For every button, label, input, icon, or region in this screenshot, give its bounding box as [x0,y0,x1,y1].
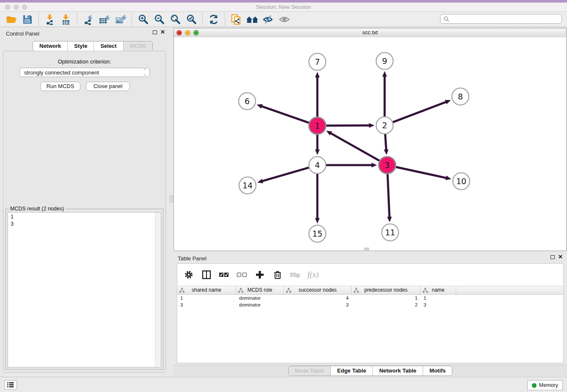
show-graphics-details-button[interactable] [276,13,292,26]
column-header-MCDS-role[interactable]: MCDS role [236,286,284,294]
tab-node-table[interactable]: Node Table [289,366,330,375]
table-row[interactable]: 3dominator323 [177,301,563,308]
edge-1-6[interactable] [261,106,309,123]
trash-icon [273,270,282,279]
graph-node-label-3: 3 [385,160,390,170]
toolbar-separator [39,14,39,25]
delete-table-button [290,269,301,280]
table-cell: 4 [284,295,352,301]
export-image-button[interactable] [113,13,129,26]
search-input[interactable] [451,15,559,22]
optimization-criterion-select[interactable]: strongly connected component ⌃⌄ [19,68,150,77]
plus-icon [255,270,264,279]
mcds-result-group: MCDS result (2 nodes) 1 3 [6,209,163,370]
network-resize-handle[interactable] [364,248,369,251]
panel-splitter-handle[interactable] [170,196,173,202]
hierarchy-icon [423,288,428,293]
tab-mcds[interactable]: MCDS [123,41,152,51]
edge-2-8[interactable] [393,102,447,122]
mcds-result-scrollbar[interactable] [155,213,161,367]
open-session-button[interactable] [3,13,19,26]
close-panel-button[interactable]: Close panel [86,82,130,91]
toolbar-separator [202,14,203,25]
zoom-selected-button[interactable] [183,13,199,26]
column-header-successor-nodes[interactable]: successor nodes [284,286,352,294]
table-cell: 1 [352,295,421,301]
toolbar-separator [132,14,132,25]
network-window-titlebar[interactable]: ✕ − + scc.txt [174,28,566,38]
column-header-name[interactable]: name [421,286,456,294]
save-session-button[interactable] [19,13,36,26]
import-table-button[interactable] [58,13,74,26]
duplicate-network-button[interactable] [228,13,244,26]
main-toolbar [0,12,567,27]
graph-node-label-7: 7 [315,57,320,66]
network-canvas[interactable]: 7968124314101511 [174,37,566,251]
table-header-row: shared nameMCDS rolesuccessor nodesprede… [177,286,563,295]
memory-status-icon [532,383,537,388]
tab-network[interactable]: Network [33,41,67,51]
control-panel-title: Control Panel [6,30,39,37]
tab-network-table[interactable]: Network Table [372,366,423,375]
graph-node-label-15: 15 [312,229,322,238]
status-bar: Memory [0,377,567,392]
network-graph-svg: 7968124314101511 [174,37,566,251]
run-mcds-button[interactable]: Run MCDS [40,82,80,91]
table-cell: 3 [284,301,352,308]
edge-3-11[interactable] [388,174,390,218]
zoom-in-button[interactable] [135,13,151,26]
float-panel-icon[interactable] [153,30,157,34]
import-network-button[interactable] [42,13,58,26]
edge-3-10[interactable] [396,167,447,178]
duplicate-network-icon [231,14,242,25]
tab-motifs[interactable]: Motifs [423,366,452,375]
edge-1-2[interactable] [326,125,370,126]
save-icon [22,14,33,25]
graph-node-label-11: 11 [385,228,395,237]
hide-graphics-details-button[interactable] [260,13,276,26]
task-history-button[interactable] [4,380,17,389]
edge-4-14[interactable] [262,168,309,182]
tab-select[interactable]: Select [94,41,123,51]
create-column-button[interactable] [254,269,265,280]
select-all-button[interactable] [219,269,230,280]
close-panel-icon[interactable]: ✕ [160,30,165,34]
refresh-view-button[interactable] [206,13,222,26]
home-button[interactable] [244,13,260,26]
delete-columns-button[interactable] [272,269,283,280]
delete-table-icon [290,271,301,279]
browse-columns-button[interactable] [201,269,212,280]
arrowhead-4-15 [315,218,320,224]
zoom-fit-button[interactable] [167,13,183,26]
control-panel-tabs: NetworkStyleSelectMCDS [33,41,153,51]
eye-slash-icon [262,14,274,25]
export-table-button[interactable] [96,13,113,26]
search-field[interactable] [440,14,562,24]
table-cell: 2 [352,301,421,308]
column-header-shared-name[interactable]: shared name [177,286,236,294]
mcds-result-textarea[interactable]: 1 3 [8,212,161,367]
mcds-tab-content: Optimization criterion: strongly connect… [3,51,166,373]
float-table-panel-icon[interactable] [550,255,555,259]
tab-style[interactable]: Style [67,41,94,51]
graph-node-label-8: 8 [458,92,463,101]
edge-3-1[interactable] [330,133,380,161]
tab-edge-table[interactable]: Edge Table [330,366,372,375]
zoom-fit-icon [170,14,181,25]
select-stepper-icon: ⌃⌄ [143,69,146,76]
table-row[interactable]: 1dominator411 [177,295,563,301]
memory-button[interactable]: Memory [527,380,563,390]
zoom-out-button[interactable] [151,13,167,26]
deselect-all-button[interactable] [237,269,248,280]
hierarchy-icon [354,288,359,293]
close-table-panel-icon[interactable]: ✕ [558,255,563,259]
export-network-button[interactable] [80,13,96,26]
toolbar-separator [225,14,225,25]
arrowhead-3-11 [387,217,392,222]
mac-titlebar: Session: New Session [0,3,567,12]
search-icon [443,16,449,22]
column-header-predecessor-nodes[interactable]: predecessor nodes [352,286,421,294]
function-builder-button: f(x) [308,269,319,280]
table-settings-button[interactable] [183,269,194,280]
edge-2-3[interactable] [385,134,386,150]
